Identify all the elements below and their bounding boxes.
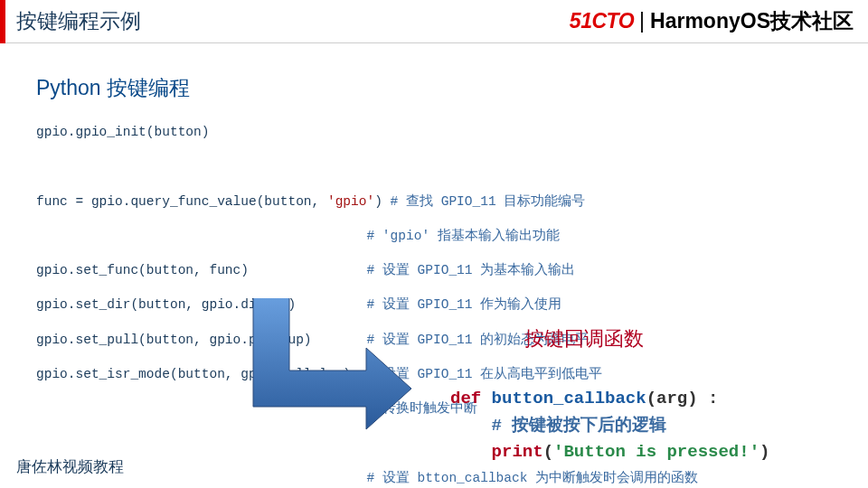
code-line: def button_callback(arg) : bbox=[450, 389, 718, 408]
brand-harmonyos: HarmonyOS技术社区 bbox=[650, 9, 854, 33]
accent-bar bbox=[0, 0, 5, 43]
code-blank bbox=[36, 158, 698, 175]
code-line: print('Button is pressed!') bbox=[450, 442, 769, 462]
code-line: func = gpio.query_func_value(button, 'gp… bbox=[36, 193, 698, 211]
footer-credit: 唐佐林视频教程 bbox=[16, 456, 124, 477]
code-line: gpio.set_func(button, func) # 设置 GPIO_11… bbox=[36, 262, 698, 279]
section-title: Python 按键编程 bbox=[36, 74, 190, 102]
code-line: # 设置 btton_callback 为中断触发时会调用的函数 bbox=[36, 470, 698, 487]
slide-header: 按键编程示例 51CTO|HarmonyOS技术社区 bbox=[0, 0, 868, 43]
code-line: # 按键被按下后的逻辑 bbox=[450, 416, 666, 436]
brand-separator: | bbox=[639, 9, 645, 33]
code-block-callback: def button_callback(arg) : # 按键被按下后的逻辑 p… bbox=[450, 360, 769, 466]
arrow-icon bbox=[244, 298, 411, 434]
header-brand: 51CTO|HarmonyOS技术社区 bbox=[570, 7, 854, 35]
brand-51cto: 51CTO bbox=[570, 9, 634, 33]
callback-title: 按键回调函数 bbox=[524, 325, 644, 352]
code-line: # 'gpio' 指基本输入输出功能 bbox=[36, 228, 698, 245]
code-line: gpio.gpio_init(button) bbox=[36, 124, 698, 141]
slide-title: 按键编程示例 bbox=[16, 7, 141, 35]
